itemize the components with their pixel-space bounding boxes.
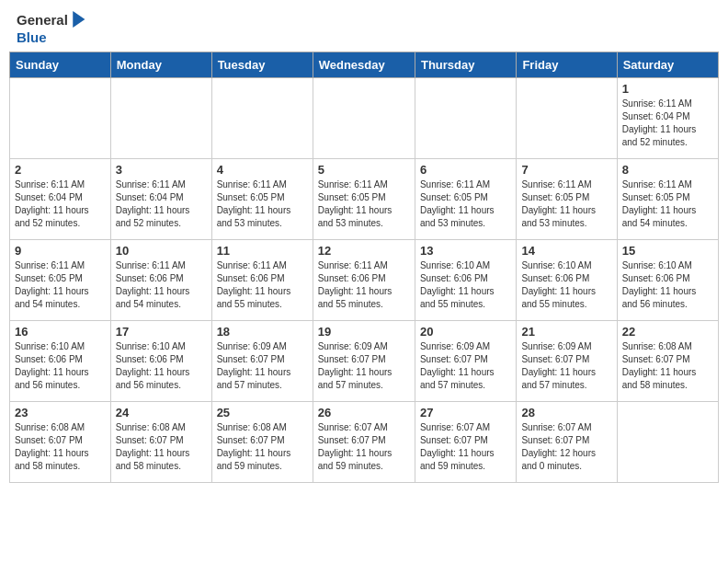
day-number: 11 (217, 244, 308, 258)
day-info: Sunrise: 6:07 AM Sunset: 6:07 PM Dayligh… (420, 421, 511, 473)
day-number: 1 (622, 82, 713, 96)
calendar-cell: 4Sunrise: 6:11 AM Sunset: 6:05 PM Daylig… (211, 159, 313, 240)
calendar-cell: 1Sunrise: 6:11 AM Sunset: 6:04 PM Daylig… (617, 78, 718, 159)
calendar-cell (313, 78, 415, 159)
day-number: 18 (217, 325, 308, 339)
day-number: 6 (420, 163, 511, 177)
calendar-header: SundayMondayTuesdayWednesdayThursdayFrid… (10, 52, 719, 78)
logo: General Blue (17, 11, 86, 46)
calendar-cell: 18Sunrise: 6:09 AM Sunset: 6:07 PM Dayli… (211, 321, 313, 402)
day-of-week-header: Thursday (415, 52, 516, 78)
day-number: 21 (521, 325, 611, 339)
day-info: Sunrise: 6:08 AM Sunset: 6:07 PM Dayligh… (15, 421, 106, 473)
logo-text-general: General (17, 12, 68, 29)
calendar-cell: 25Sunrise: 6:08 AM Sunset: 6:07 PM Dayli… (211, 402, 313, 483)
day-number: 19 (318, 325, 410, 339)
day-info: Sunrise: 6:09 AM Sunset: 6:07 PM Dayligh… (318, 340, 410, 392)
day-number: 24 (116, 406, 207, 419)
calendar-cell: 2Sunrise: 6:11 AM Sunset: 6:04 PM Daylig… (10, 159, 111, 240)
calendar-cell: 11Sunrise: 6:11 AM Sunset: 6:06 PM Dayli… (211, 240, 313, 321)
day-number: 5 (318, 163, 410, 177)
day-info: Sunrise: 6:10 AM Sunset: 6:06 PM Dayligh… (420, 259, 511, 311)
calendar-cell: 12Sunrise: 6:11 AM Sunset: 6:06 PM Dayli… (313, 240, 415, 321)
calendar-cell: 8Sunrise: 6:11 AM Sunset: 6:05 PM Daylig… (617, 159, 718, 240)
day-number: 26 (318, 406, 410, 419)
calendar-cell: 24Sunrise: 6:08 AM Sunset: 6:07 PM Dayli… (110, 402, 211, 483)
day-info: Sunrise: 6:11 AM Sunset: 6:06 PM Dayligh… (318, 259, 410, 311)
day-number: 2 (15, 163, 106, 177)
day-info: Sunrise: 6:11 AM Sunset: 6:04 PM Dayligh… (622, 98, 713, 149)
calendar-cell: 16Sunrise: 6:10 AM Sunset: 6:06 PM Dayli… (10, 321, 111, 402)
logo-text-blue: Blue (17, 29, 86, 46)
day-info: Sunrise: 6:11 AM Sunset: 6:05 PM Dayligh… (622, 178, 713, 230)
day-number: 12 (318, 244, 410, 258)
calendar-cell: 6Sunrise: 6:11 AM Sunset: 6:05 PM Daylig… (415, 159, 516, 240)
day-info: Sunrise: 6:10 AM Sunset: 6:06 PM Dayligh… (15, 340, 106, 392)
day-of-week-header: Saturday (617, 52, 718, 78)
day-number: 22 (622, 325, 713, 339)
calendar-container: SundayMondayTuesdayWednesdayThursdayFrid… (0, 52, 728, 492)
day-info: Sunrise: 6:07 AM Sunset: 6:07 PM Dayligh… (521, 421, 611, 473)
day-info: Sunrise: 6:11 AM Sunset: 6:04 PM Dayligh… (15, 178, 106, 230)
day-info: Sunrise: 6:08 AM Sunset: 6:07 PM Dayligh… (622, 340, 713, 392)
calendar-cell: 5Sunrise: 6:11 AM Sunset: 6:05 PM Daylig… (313, 159, 415, 240)
day-number: 28 (521, 406, 611, 419)
page-header: General Blue (0, 0, 728, 52)
day-info: Sunrise: 6:11 AM Sunset: 6:05 PM Dayligh… (217, 178, 308, 230)
day-number: 4 (217, 163, 308, 177)
calendar-cell: 19Sunrise: 6:09 AM Sunset: 6:07 PM Dayli… (313, 321, 415, 402)
calendar-cell (517, 78, 617, 159)
day-number: 27 (420, 406, 511, 419)
calendar-cell: 15Sunrise: 6:10 AM Sunset: 6:06 PM Dayli… (617, 240, 718, 321)
calendar-cell: 20Sunrise: 6:09 AM Sunset: 6:07 PM Dayli… (415, 321, 516, 402)
day-info: Sunrise: 6:10 AM Sunset: 6:06 PM Dayligh… (521, 259, 611, 311)
day-info: Sunrise: 6:11 AM Sunset: 6:05 PM Dayligh… (318, 178, 410, 230)
day-of-week-header: Wednesday (313, 52, 415, 78)
calendar-week-row: 16Sunrise: 6:10 AM Sunset: 6:06 PM Dayli… (10, 321, 719, 402)
day-of-week-header: Monday (110, 52, 211, 78)
day-number: 23 (15, 406, 106, 419)
calendar-week-row: 1Sunrise: 6:11 AM Sunset: 6:04 PM Daylig… (10, 78, 719, 159)
day-info: Sunrise: 6:11 AM Sunset: 6:05 PM Dayligh… (15, 259, 106, 311)
day-number: 7 (521, 163, 611, 177)
day-of-week-header: Sunday (10, 52, 111, 78)
day-info: Sunrise: 6:11 AM Sunset: 6:04 PM Dayligh… (116, 178, 207, 230)
day-number: 15 (622, 244, 713, 258)
day-info: Sunrise: 6:09 AM Sunset: 6:07 PM Dayligh… (217, 340, 308, 392)
calendar-cell: 7Sunrise: 6:11 AM Sunset: 6:05 PM Daylig… (517, 159, 617, 240)
calendar-cell (617, 402, 718, 483)
day-info: Sunrise: 6:11 AM Sunset: 6:05 PM Dayligh… (521, 178, 611, 230)
day-number: 13 (420, 244, 511, 258)
day-number: 10 (116, 244, 207, 258)
calendar-cell: 27Sunrise: 6:07 AM Sunset: 6:07 PM Dayli… (415, 402, 516, 483)
calendar-cell (10, 78, 111, 159)
calendar-cell (211, 78, 313, 159)
day-info: Sunrise: 6:11 AM Sunset: 6:05 PM Dayligh… (420, 178, 511, 230)
calendar-cell (415, 78, 516, 159)
calendar-cell: 14Sunrise: 6:10 AM Sunset: 6:06 PM Dayli… (517, 240, 617, 321)
day-info: Sunrise: 6:11 AM Sunset: 6:06 PM Dayligh… (217, 259, 308, 311)
calendar-week-row: 9Sunrise: 6:11 AM Sunset: 6:05 PM Daylig… (10, 240, 719, 321)
day-number: 20 (420, 325, 511, 339)
day-info: Sunrise: 6:10 AM Sunset: 6:06 PM Dayligh… (116, 340, 207, 392)
calendar-cell: 17Sunrise: 6:10 AM Sunset: 6:06 PM Dayli… (110, 321, 211, 402)
calendar-cell: 21Sunrise: 6:09 AM Sunset: 6:07 PM Dayli… (517, 321, 617, 402)
calendar-week-row: 2Sunrise: 6:11 AM Sunset: 6:04 PM Daylig… (10, 159, 719, 240)
calendar-week-row: 23Sunrise: 6:08 AM Sunset: 6:07 PM Dayli… (10, 402, 719, 483)
day-number: 8 (622, 163, 713, 177)
day-number: 17 (116, 325, 207, 339)
calendar-cell: 9Sunrise: 6:11 AM Sunset: 6:05 PM Daylig… (10, 240, 111, 321)
calendar-cell: 10Sunrise: 6:11 AM Sunset: 6:06 PM Dayli… (110, 240, 211, 321)
day-of-week-header: Friday (517, 52, 617, 78)
calendar-cell: 28Sunrise: 6:07 AM Sunset: 6:07 PM Dayli… (517, 402, 617, 483)
day-info: Sunrise: 6:07 AM Sunset: 6:07 PM Dayligh… (318, 421, 410, 473)
day-info: Sunrise: 6:08 AM Sunset: 6:07 PM Dayligh… (217, 421, 308, 473)
day-info: Sunrise: 6:09 AM Sunset: 6:07 PM Dayligh… (420, 340, 511, 392)
day-number: 25 (217, 406, 308, 419)
calendar-cell (110, 78, 211, 159)
calendar-cell: 23Sunrise: 6:08 AM Sunset: 6:07 PM Dayli… (10, 402, 111, 483)
day-info: Sunrise: 6:09 AM Sunset: 6:07 PM Dayligh… (521, 340, 611, 392)
calendar-cell: 22Sunrise: 6:08 AM Sunset: 6:07 PM Dayli… (617, 321, 718, 402)
day-info: Sunrise: 6:08 AM Sunset: 6:07 PM Dayligh… (116, 421, 207, 473)
svg-marker-0 (73, 11, 85, 28)
